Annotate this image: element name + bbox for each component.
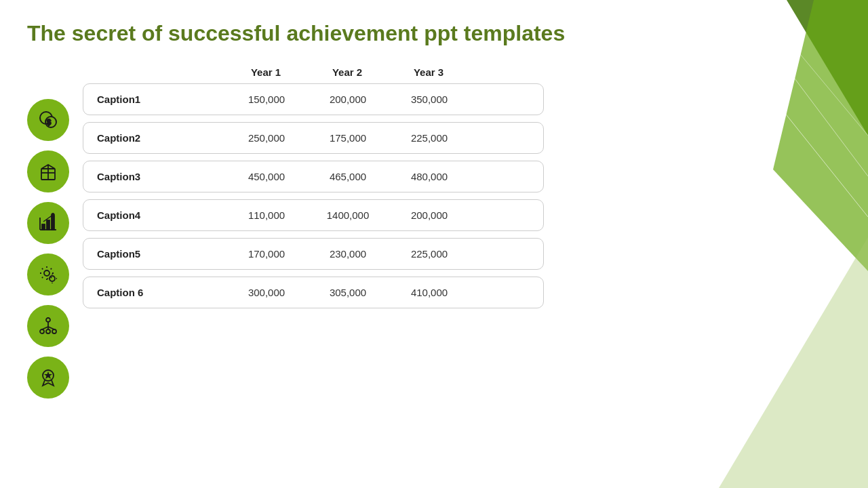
value-3-year1: 450,000	[226, 171, 307, 182]
svg-point-17	[50, 276, 55, 281]
caption-4: Caption4	[90, 209, 226, 221]
svg-point-20	[46, 329, 50, 333]
icon-circle-4	[27, 253, 69, 296]
table-row: Caption2 250,000 175,000 225,000	[83, 122, 544, 154]
table-row: Caption5 170,000 230,000 225,000	[83, 238, 544, 270]
value-1-year2: 200,000	[307, 94, 389, 105]
value-1-year1: 150,000	[226, 94, 307, 105]
value-2-year3: 225,000	[389, 132, 470, 144]
header-caption	[90, 66, 225, 78]
svg-point-18	[46, 318, 50, 322]
value-4-year1: 110,000	[226, 209, 307, 221]
value-6-year2: 305,000	[307, 287, 389, 298]
data-table: Year 1 Year 2 Year 3 Caption1 150,000 20…	[83, 66, 544, 315]
value-4-year3: 200,000	[389, 209, 470, 221]
svg-marker-26	[44, 371, 52, 379]
page-title: The secret of successful achievement ppt…	[27, 20, 604, 46]
caption-6: Caption 6	[90, 287, 226, 298]
table-row: Caption4 110,000 1400,000 200,000	[83, 199, 544, 231]
svg-rect-13	[47, 220, 50, 230]
svg-point-21	[52, 329, 56, 333]
caption-2: Caption2	[90, 132, 226, 144]
header-year3: Year 3	[388, 66, 469, 78]
value-5-year1: 170,000	[226, 248, 307, 260]
table-row: Caption3 450,000 465,000 480,000	[83, 161, 544, 192]
table-row: Caption1 150,000 200,000 350,000	[83, 83, 544, 115]
icon-circle-6	[27, 357, 69, 399]
table-header: Year 1 Year 2 Year 3	[83, 66, 544, 78]
caption-5: Caption5	[90, 248, 226, 260]
value-3-year2: 465,000	[307, 171, 389, 182]
icon-circle-3	[27, 202, 69, 244]
icon-circle-5	[27, 305, 69, 347]
value-1-year3: 350,000	[389, 94, 470, 105]
icons-column: $	[27, 66, 69, 408]
value-4-year2: 1400,000	[307, 209, 389, 221]
svg-point-16	[44, 270, 50, 276]
table-row: Caption 6 300,000 305,000 410,000	[83, 277, 544, 308]
value-3-year3: 480,000	[389, 171, 470, 182]
header-year1: Year 1	[225, 66, 307, 78]
value-6-year3: 410,000	[389, 287, 470, 298]
value-2-year1: 250,000	[226, 132, 307, 144]
caption-3: Caption3	[90, 171, 226, 182]
svg-rect-14	[52, 216, 54, 230]
header-year2: Year 2	[307, 66, 388, 78]
value-5-year2: 230,000	[307, 248, 389, 260]
value-6-year1: 300,000	[226, 287, 307, 298]
icon-circle-1: $	[27, 99, 69, 141]
caption-1: Caption1	[90, 94, 226, 105]
svg-text:$: $	[47, 118, 51, 126]
svg-point-15	[52, 214, 54, 216]
value-2-year2: 175,000	[307, 132, 389, 144]
svg-rect-12	[42, 224, 45, 230]
value-5-year3: 225,000	[389, 248, 470, 260]
icon-circle-2	[27, 150, 69, 192]
svg-point-19	[40, 329, 44, 333]
